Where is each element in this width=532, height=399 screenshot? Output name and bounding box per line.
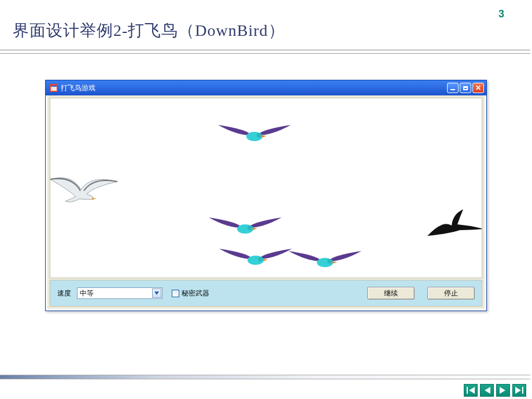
slide-title: 界面设计举例2-打飞鸟（DownBird）: [13, 20, 285, 42]
secret-weapon-field: 秘密武器: [172, 289, 209, 298]
svg-point-8: [258, 257, 263, 261]
close-button[interactable]: ✕: [472, 83, 484, 93]
svg-point-6: [247, 226, 252, 230]
divider: [0, 50, 530, 56]
bird-sprite: [287, 247, 363, 276]
prev-icon: [483, 387, 490, 394]
svg-point-10: [327, 259, 332, 264]
continue-button[interactable]: 继续: [367, 287, 415, 300]
client-area: 速度 中等 秘密武器 继续 停止: [47, 95, 485, 309]
speed-value: 中等: [80, 289, 94, 298]
svg-rect-2: [51, 86, 57, 87]
chevron-down-icon: [152, 289, 161, 298]
svg-rect-1: [51, 87, 57, 91]
minimize-icon: [450, 89, 455, 90]
speed-label: 速度: [57, 289, 71, 298]
secret-weapon-label: 秘密武器: [182, 289, 209, 298]
next-icon: [500, 387, 507, 394]
speed-select[interactable]: 中等: [77, 287, 162, 299]
divider: [0, 375, 530, 379]
first-icon: [467, 387, 475, 394]
secret-weapon-checkbox[interactable]: [172, 290, 179, 297]
close-icon: ✕: [475, 84, 481, 91]
slide-number: 3: [498, 8, 504, 20]
stop-button[interactable]: 停止: [427, 287, 475, 300]
nav-last-button[interactable]: [512, 384, 526, 397]
bird-sprite: [422, 208, 482, 245]
svg-point-4: [257, 133, 261, 138]
maximize-icon: [463, 86, 468, 90]
svg-rect-12: [522, 387, 523, 394]
minimize-button[interactable]: [447, 83, 459, 93]
form-icon: [49, 83, 58, 93]
bird-sprite: [218, 245, 293, 274]
nav-prev-button[interactable]: [480, 384, 494, 397]
nav-next-button[interactable]: [496, 384, 510, 397]
window-title: 打飞鸟游戏: [61, 83, 447, 93]
nav-first-button[interactable]: [464, 384, 478, 397]
game-canvas[interactable]: [50, 98, 482, 278]
bird-sprite: [217, 121, 292, 150]
bird-sprite: [50, 173, 119, 216]
control-panel: 速度 中等 秘密武器 继续 停止: [50, 280, 482, 306]
bird-sprite: [208, 214, 283, 243]
titlebar-controls: ✕: [447, 83, 484, 93]
app-window: 打飞鸟游戏 ✕: [45, 80, 487, 311]
titlebar[interactable]: 打飞鸟游戏 ✕: [46, 80, 486, 95]
maximize-button[interactable]: [460, 83, 471, 93]
last-icon: [515, 387, 523, 394]
svg-rect-11: [467, 387, 468, 394]
